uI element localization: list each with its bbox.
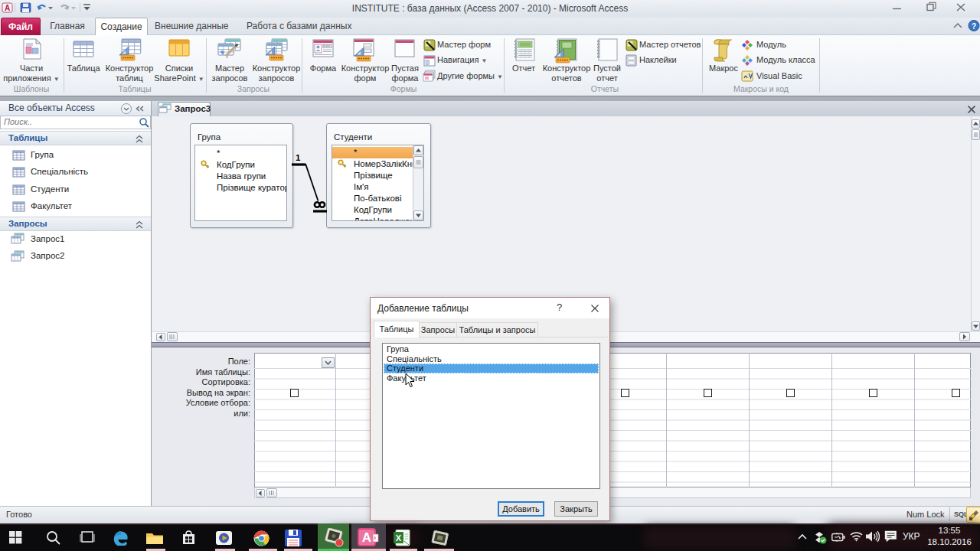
svg-text:A: A [362,530,371,545]
svg-text:?: ? [972,22,976,31]
svg-text:X: X [396,533,402,543]
svg-text:1: 1 [296,153,301,162]
